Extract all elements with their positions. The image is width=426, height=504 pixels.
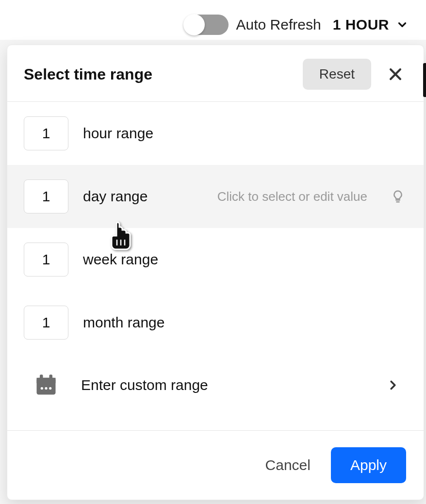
time-range-dropdown[interactable]: 1 HOUR xyxy=(333,16,411,33)
dialog-title: Select time range xyxy=(24,65,303,83)
range-row-custom[interactable]: Enter custom range xyxy=(7,354,424,419)
auto-refresh-toggle-group: Auto Refresh xyxy=(184,15,321,35)
dialog-header: Select time range Reset xyxy=(7,45,424,102)
svg-rect-3 xyxy=(37,378,56,383)
reset-button[interactable]: Reset xyxy=(303,59,371,90)
svg-rect-5 xyxy=(49,374,53,380)
auto-refresh-toggle[interactable] xyxy=(184,15,229,35)
close-icon xyxy=(387,66,404,82)
dialog-footer: Cancel Apply xyxy=(7,430,424,500)
range-row-month[interactable]: month range xyxy=(7,291,424,354)
close-button[interactable] xyxy=(384,63,407,86)
top-bar: Auto Refresh 1 HOUR xyxy=(0,0,426,40)
range-rows: hour range day range Click to select or … xyxy=(7,102,424,430)
svg-point-6 xyxy=(41,387,43,390)
chevron-down-icon xyxy=(396,18,409,31)
hour-count-input[interactable] xyxy=(24,116,68,150)
svg-rect-4 xyxy=(40,374,43,380)
bulb-icon xyxy=(391,188,407,205)
month-count-input[interactable] xyxy=(24,306,68,340)
auto-refresh-label: Auto Refresh xyxy=(236,16,321,33)
range-row-label: week range xyxy=(83,251,158,268)
calendar-icon xyxy=(33,373,59,398)
time-range-selected: 1 HOUR xyxy=(333,16,389,33)
custom-range-label: Enter custom range xyxy=(81,377,363,393)
svg-point-8 xyxy=(49,387,51,390)
range-row-week[interactable]: week range xyxy=(7,228,424,291)
week-count-input[interactable] xyxy=(24,243,68,276)
background-edge-accent xyxy=(423,63,426,97)
cancel-button[interactable]: Cancel xyxy=(262,453,313,477)
time-range-dialog: Select time range Reset hour range day r… xyxy=(7,45,424,500)
range-row-label: day range xyxy=(83,188,147,205)
range-row-day[interactable]: day range Click to select or edit value xyxy=(7,165,424,228)
svg-point-7 xyxy=(45,387,47,390)
chevron-right-icon xyxy=(386,378,400,392)
range-row-label: month range xyxy=(83,314,164,331)
day-count-input[interactable] xyxy=(24,179,68,213)
range-row-label: hour range xyxy=(83,125,153,142)
apply-button[interactable]: Apply xyxy=(331,447,406,483)
range-row-hint: Click to select or edit value xyxy=(217,189,367,204)
range-row-hour[interactable]: hour range xyxy=(7,102,424,165)
